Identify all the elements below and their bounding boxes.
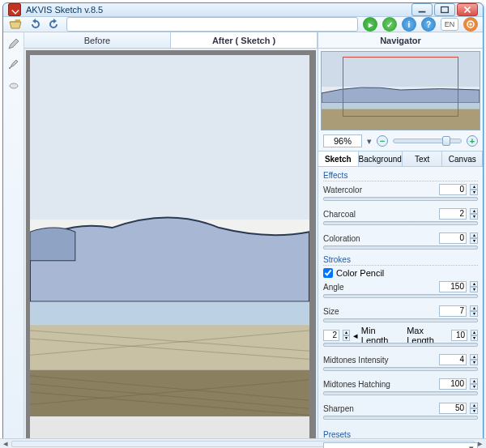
eraser-tool[interactable] bbox=[7, 79, 20, 92]
info-button[interactable]: i bbox=[402, 17, 416, 32]
svg-point-6 bbox=[10, 83, 18, 88]
canvas-area[interactable] bbox=[26, 50, 316, 448]
navigator-viewport[interactable] bbox=[343, 57, 458, 117]
app-window: AKVIS Sketch v.8.5 ▸ ✓ i ? EN Before Aft… bbox=[2, 2, 484, 444]
subtab-text[interactable]: Text bbox=[403, 151, 443, 166]
slider-coloration[interactable] bbox=[323, 245, 478, 252]
spinner-maxlen[interactable]: ▴▾ bbox=[471, 330, 478, 341]
spinner-midhatch[interactable]: ▴▾ bbox=[470, 378, 478, 390]
window-title: AKVIS Sketch v.8.5 bbox=[26, 5, 407, 15]
slider-angle[interactable] bbox=[323, 294, 478, 301]
apply-button[interactable]: ✓ bbox=[382, 17, 397, 32]
spinner-sharpen[interactable]: ▴▾ bbox=[470, 403, 478, 414]
close-button[interactable] bbox=[457, 3, 478, 16]
group-effects: Effects bbox=[323, 171, 478, 181]
slider-midhatch[interactable] bbox=[323, 391, 478, 398]
svg-rect-8 bbox=[30, 55, 309, 220]
minimize-button[interactable] bbox=[411, 3, 433, 16]
label-watercolor: Watercolor bbox=[323, 186, 436, 194]
navigator-heading: Navigator bbox=[318, 32, 483, 49]
subtab-background[interactable]: Background bbox=[359, 151, 403, 166]
zoom-out-button[interactable]: − bbox=[377, 135, 388, 147]
label-colorpencil: Color Pencil bbox=[336, 268, 384, 278]
label-sharpen: Sharpen bbox=[323, 404, 436, 413]
slider-watercolor[interactable] bbox=[323, 197, 478, 203]
slider-midint[interactable] bbox=[323, 367, 478, 373]
spinner-coloration[interactable]: ▴▾ bbox=[470, 233, 478, 244]
tab-after[interactable]: After ( Sketch ) bbox=[171, 32, 318, 48]
subtab-sketch[interactable]: Sketch bbox=[318, 151, 359, 166]
undo-icon[interactable] bbox=[28, 17, 42, 32]
label-coloration: Coloration bbox=[323, 234, 436, 243]
input-sharpen[interactable]: 50 bbox=[439, 403, 467, 414]
slider-charcoal[interactable] bbox=[323, 221, 478, 228]
preview-image bbox=[30, 55, 309, 416]
input-charcoal[interactable]: 2 bbox=[439, 208, 467, 220]
brush-tool[interactable] bbox=[7, 58, 20, 71]
zoom-dropdown-icon[interactable]: ▾ bbox=[367, 136, 372, 147]
svg-point-5 bbox=[470, 23, 472, 26]
help-button[interactable]: ? bbox=[421, 17, 436, 32]
titlebar: AKVIS Sketch v.8.5 bbox=[3, 3, 483, 17]
svg-rect-11 bbox=[30, 370, 309, 417]
spinner-minlen[interactable]: ▴▾ bbox=[343, 330, 350, 341]
toolbar: ▸ ✓ i ? EN bbox=[3, 17, 483, 32]
subtab-canvas[interactable]: Canvas bbox=[442, 151, 483, 166]
spinner-watercolor[interactable]: ▴▾ bbox=[470, 184, 478, 195]
label-size: Size bbox=[323, 307, 436, 316]
slider-sharpen[interactable] bbox=[323, 416, 478, 422]
input-minlen[interactable]: 2 bbox=[323, 330, 339, 341]
input-maxlen[interactable]: 10 bbox=[451, 330, 467, 341]
input-midhatch[interactable]: 100 bbox=[439, 378, 467, 390]
zoom-slider[interactable] bbox=[393, 139, 462, 143]
input-coloration[interactable]: 0 bbox=[439, 233, 467, 244]
run-button[interactable]: ▸ bbox=[363, 17, 377, 32]
maximize-button[interactable] bbox=[434, 3, 455, 16]
zoom-in-button[interactable]: + bbox=[467, 135, 478, 147]
input-size[interactable]: 7 bbox=[439, 305, 467, 317]
spinner-angle[interactable]: ▴▾ bbox=[470, 281, 478, 292]
checkbox-colorpencil[interactable] bbox=[323, 268, 333, 278]
group-strokes: Strokes bbox=[323, 255, 478, 266]
input-midint[interactable]: 4 bbox=[439, 354, 467, 365]
svg-rect-10 bbox=[30, 325, 309, 370]
label-midint: Midtones Intensity bbox=[323, 356, 436, 365]
open-icon[interactable] bbox=[8, 17, 23, 32]
tool-sidebar bbox=[3, 32, 24, 448]
app-icon bbox=[8, 3, 21, 16]
main-area: Before After ( Sketch ) bbox=[24, 32, 318, 448]
input-watercolor[interactable]: 0 bbox=[439, 184, 467, 195]
label-midhatch: Midtones Hatching bbox=[323, 380, 436, 389]
svg-rect-9 bbox=[30, 301, 309, 324]
spinner-charcoal[interactable]: ▴▾ bbox=[470, 208, 478, 220]
slider-size[interactable] bbox=[323, 318, 478, 325]
zoom-value[interactable]: 96% bbox=[323, 134, 362, 147]
redo-icon[interactable] bbox=[47, 17, 62, 32]
preset-combo[interactable] bbox=[66, 17, 358, 32]
slider-length[interactable] bbox=[323, 343, 478, 349]
side-panel: Navigator 96% ▾ − + Sketch bbox=[318, 32, 483, 448]
spinner-midint[interactable]: ▴▾ bbox=[470, 354, 478, 365]
settings-button[interactable] bbox=[463, 17, 478, 32]
language-selector[interactable]: EN bbox=[441, 18, 458, 31]
label-charcoal: Charcoal bbox=[323, 210, 436, 219]
tab-before[interactable]: Before bbox=[24, 32, 171, 48]
scroll-left-icon[interactable]: ◂ bbox=[0, 440, 11, 448]
label-angle: Angle bbox=[323, 283, 436, 292]
navigator-thumbnail[interactable] bbox=[321, 51, 480, 130]
svg-rect-1 bbox=[441, 7, 449, 13]
preset-dropdown[interactable] bbox=[323, 442, 478, 448]
pencil-tool[interactable] bbox=[7, 37, 20, 50]
spinner-size[interactable]: ▴▾ bbox=[470, 305, 478, 317]
input-angle[interactable]: 150 bbox=[439, 281, 467, 292]
